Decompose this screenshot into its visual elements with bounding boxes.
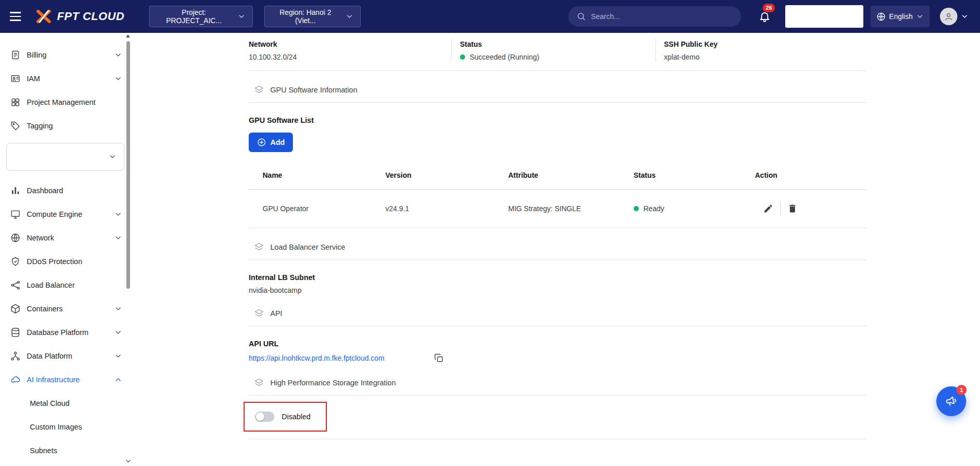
sidebar-item-dashboard[interactable]: Dashboard (0, 179, 132, 202)
region-selector-label: Region: Hanoi 2 (Viet... (271, 8, 339, 25)
megaphone-icon (944, 394, 959, 409)
project-management-icon (10, 97, 21, 107)
sidebar: Billing IAM Project Management Tagging D… (0, 33, 132, 466)
section-title: High Performance Storage Integration (270, 379, 396, 387)
data-platform-icon (10, 351, 21, 361)
sidebar-scrollbar[interactable] (125, 33, 131, 466)
language-label: English (889, 12, 913, 21)
section-title: GPU Software Information (270, 86, 357, 94)
fpt-logo-icon (35, 9, 52, 24)
copy-button[interactable] (434, 353, 444, 363)
announcements-fab[interactable]: 1 (936, 386, 966, 416)
add-button[interactable]: Add (249, 133, 293, 152)
scrollbar-thumb[interactable] (126, 41, 130, 289)
sidebar-item-load-balancer[interactable]: Load Balancer (0, 273, 132, 297)
sidebar-item-tagging[interactable]: Tagging (0, 114, 132, 138)
person-icon (944, 11, 954, 22)
project-selector-label: Project: PROJECT_AIC... (156, 8, 231, 25)
chevron-down-icon (114, 210, 122, 218)
section-title: API (270, 309, 282, 318)
chevron-down-icon (345, 12, 354, 21)
sidebar-item-compute-engine[interactable]: Compute Engine (0, 202, 132, 226)
internal-lb-subnet-label: Internal LB Subnet (249, 273, 866, 282)
sidebar-item-ddos-protection[interactable]: DDoS Protection (0, 250, 132, 273)
sidebar-item-data-platform[interactable]: Data Platform (0, 344, 132, 368)
api-url-link[interactable]: https://api.lnohtkcw.prd.m.fke.fptcloud.… (249, 352, 384, 364)
sidebar-item-billing[interactable]: Billing (0, 43, 132, 67)
shield-icon (10, 256, 21, 267)
brand-logo[interactable]: FPT CLOUD (35, 9, 124, 24)
section-title: Load Balancer Service (270, 243, 345, 251)
chevron-down-icon (114, 74, 122, 83)
api-url-label: API URL (249, 340, 866, 348)
chevron-down-icon (108, 153, 117, 161)
status-dot (460, 54, 465, 60)
internal-lb-subnet-value: nvidia-bootcamp (249, 286, 866, 294)
scroll-down-chevron-icon[interactable] (124, 457, 132, 465)
dashboard-icon (10, 185, 21, 196)
sidebar-item-database-platform[interactable]: Database Platform (0, 321, 132, 344)
region-selector[interactable]: Region: Hanoi 2 (Viet... (264, 6, 361, 27)
trash-icon (787, 203, 798, 214)
storage-toggle-switch[interactable] (255, 412, 274, 422)
delete-button[interactable] (786, 202, 799, 215)
sidebar-item-subnets[interactable]: Subnets (0, 439, 132, 462)
status-value: Succeeded (Running) (460, 53, 655, 61)
cube-icon (10, 304, 21, 314)
chevron-down-icon (114, 352, 122, 360)
edit-button[interactable] (762, 202, 774, 215)
search-input[interactable] (591, 12, 733, 21)
topbar: FPT CLOUD Project: PROJECT_AIC... Region… (0, 0, 980, 33)
sidebar-item-network[interactable]: Network (0, 226, 132, 250)
section-api: API (249, 294, 866, 326)
action-divider (780, 202, 781, 215)
fab-badge: 1 (956, 385, 967, 395)
pencil-icon (763, 203, 773, 214)
search-bar[interactable] (568, 6, 741, 27)
chevron-down-icon (114, 328, 122, 337)
status-label: Status (460, 40, 655, 48)
chevron-down-icon (916, 12, 924, 21)
network-globe-icon (10, 233, 21, 243)
sidebar-select[interactable] (6, 143, 124, 171)
column-header-attribute: Attribute (508, 161, 634, 190)
sidebar-item-custom-images[interactable]: Custom Images (0, 415, 132, 439)
avatar (940, 8, 957, 25)
sidebar-item-iam[interactable]: IAM (0, 67, 132, 90)
notification-badge: 26 (763, 4, 775, 12)
billing-icon (10, 50, 21, 60)
ssh-key-label: SSH Public Key (664, 40, 866, 48)
scroll-up-arrow-icon[interactable] (126, 34, 130, 38)
iam-icon (10, 73, 21, 84)
cell-attribute: MIG Strategy: SINGLE (508, 190, 634, 228)
cloud-icon (10, 375, 21, 385)
cell-action (755, 190, 866, 228)
content-bottom-divider (249, 439, 866, 439)
cell-status: Ready (634, 190, 755, 228)
cluster-details: Network 10.100.32.0/24 Status Succeeded … (249, 38, 866, 71)
section-high-performance-storage: High Performance Storage Integration (249, 364, 866, 396)
notifications-button[interactable]: 26 (755, 7, 774, 26)
sidebar-item-containers[interactable]: Containers (0, 297, 132, 321)
user-menu[interactable] (940, 8, 969, 25)
chevron-up-icon (114, 376, 122, 384)
chevron-down-icon (237, 12, 246, 21)
language-selector[interactable]: English (871, 6, 930, 27)
menu-button[interactable] (0, 0, 31, 33)
ssh-key-value: xplat-demo (664, 53, 866, 61)
network-label: Network (249, 40, 451, 48)
sidebar-item-metal-cloud[interactable]: Metal Cloud (0, 392, 132, 415)
chevron-down-icon (114, 234, 122, 242)
project-selector[interactable]: Project: PROJECT_AIC... (149, 6, 253, 27)
column-header-action: Action (755, 161, 866, 190)
sidebar-item-project-management[interactable]: Project Management (0, 90, 132, 114)
globe-icon (876, 12, 886, 22)
tag-icon (10, 121, 21, 131)
sidebar-item-ai-infrastructure[interactable]: AI Infrastructure (0, 368, 132, 392)
database-icon (10, 327, 21, 338)
storage-toggle-label: Disabled (282, 413, 310, 421)
table-header-row: Name Version Attribute Status Action (249, 161, 866, 190)
storage-toggle-highlight-box: Disabled (244, 402, 327, 432)
topbar-white-panel (785, 5, 863, 28)
chevron-down-icon (114, 51, 122, 59)
